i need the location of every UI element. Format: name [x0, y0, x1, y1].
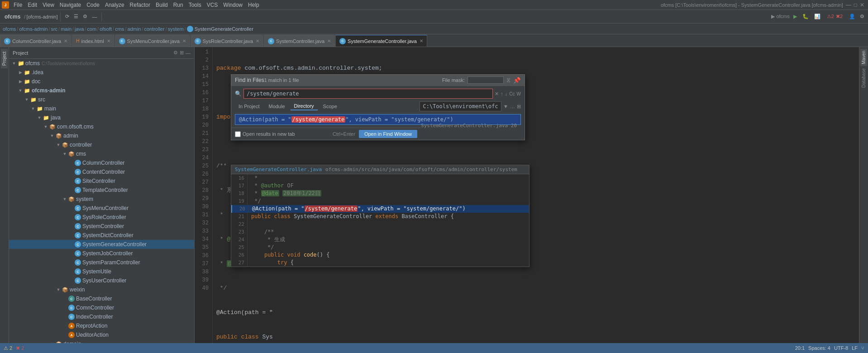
tree-sysmenu[interactable]: C SysMenuController: [9, 204, 194, 213]
maven-btn[interactable]: Maven: [860, 49, 867, 66]
tree-sysuser[interactable]: C SysUserController: [9, 276, 194, 285]
bc-cms[interactable]: cms: [115, 26, 124, 32]
tab-system-ctrl[interactable]: C SystemController.java ✕: [264, 35, 335, 47]
sidebar-close-btn[interactable]: —: [186, 50, 191, 56]
bc-admin[interactable]: ofcms-admin: [19, 26, 48, 32]
path-edit-btn[interactable]: …: [510, 104, 515, 109]
tree-java[interactable]: ▼ 📁 java: [9, 113, 194, 122]
database-btn[interactable]: Database: [860, 67, 867, 90]
scope-module[interactable]: Module: [265, 103, 288, 110]
tree-site-ctrl[interactable]: C SiteController: [9, 176, 194, 186]
tree-ueditor[interactable]: A UeditorAction: [9, 330, 194, 339]
bc-com[interactable]: com: [87, 26, 96, 32]
tree-systemparam[interactable]: C SystemParamController: [9, 258, 194, 267]
menu-navigate[interactable]: Navigate: [57, 1, 84, 9]
scope-inproject[interactable]: In Project: [235, 103, 263, 110]
menu-tools[interactable]: Tools: [186, 1, 204, 9]
tree-system-ctrl[interactable]: C SystemController: [9, 222, 194, 231]
tree-controller[interactable]: ▼ 📦 controller: [9, 140, 194, 149]
bc-admin2[interactable]: admin: [127, 26, 141, 32]
tree-index[interactable]: C IndexController: [9, 312, 194, 321]
list-btn[interactable]: ☰: [72, 13, 80, 20]
tree-root[interactable]: ▼ 📁 ofcms C:\Tools\enviroment\ofcms: [9, 59, 194, 68]
tree-ofcms-admin[interactable]: ▼ 📁 ofcms-admin: [9, 86, 194, 95]
minimize-btn[interactable]: —: [846, 2, 851, 8]
find-pin-btn[interactable]: 📌: [513, 77, 521, 84]
sidebar-settings-btn[interactable]: ⚙: [173, 50, 178, 56]
find-result-row[interactable]: @Action(path = "/system/generate", viewP…: [235, 114, 521, 125]
profile-btn[interactable]: 📊: [812, 13, 822, 20]
tree-comn[interactable]: C ComnController: [9, 303, 194, 312]
run-btn[interactable]: ▶: [792, 13, 799, 20]
tree-content-ctrl[interactable]: C ContentController: [9, 167, 194, 176]
tree-doc[interactable]: ▶ 📁 doc: [9, 77, 194, 86]
bc-ofsoft[interactable]: ofsoft: [100, 26, 112, 32]
menu-window[interactable]: Window: [220, 1, 245, 9]
sync-btn[interactable]: ⟳: [63, 13, 71, 20]
open-new-tab-check[interactable]: Open results in new tab: [235, 131, 295, 137]
menu-edit[interactable]: Edit: [25, 1, 40, 9]
bc-controller[interactable]: controller: [144, 26, 164, 32]
tab-sysmenu[interactable]: C SysMenuController.java ✕: [115, 35, 190, 47]
tree-idea[interactable]: ▶ 📁 .idea: [9, 68, 194, 77]
file-mask-input[interactable]: [467, 76, 504, 84]
tree-admin[interactable]: ▼ 📦 admin: [9, 131, 194, 140]
user-btn[interactable]: 👤: [847, 13, 857, 20]
tree-systemjob[interactable]: C SystemJobController: [9, 249, 194, 258]
tree-systemutile[interactable]: C SystemUtile: [9, 267, 194, 276]
tree-template-ctrl[interactable]: C TemplateController: [9, 186, 194, 195]
settings-btn[interactable]: ⚙: [81, 13, 89, 20]
tree-reprot[interactable]: A ReprotAction: [9, 321, 194, 330]
tab-systemgenerate[interactable]: C SystemGenerateController.java ✕: [335, 35, 427, 47]
menu-view[interactable]: View: [40, 1, 57, 9]
bc-src[interactable]: src: [51, 26, 57, 32]
menu-code[interactable]: Code: [84, 1, 102, 9]
tree-systemdict[interactable]: C SystemDictController: [9, 231, 194, 240]
word-btn[interactable]: W: [517, 91, 521, 96]
gear-btn[interactable]: ⚙: [858, 13, 866, 20]
tree-domain[interactable]: ▼ 📦 domain: [9, 339, 194, 343]
open-find-window-btn[interactable]: Open in Find Window: [359, 130, 417, 138]
tab-column-controller[interactable]: C ColumnController.java ✕: [0, 35, 72, 47]
tree-cms[interactable]: ▼ 📦 cms: [9, 149, 194, 158]
browse-btn[interactable]: ▼: [503, 104, 508, 109]
restore-btn[interactable]: □: [854, 2, 857, 8]
tree-com-ofsoft[interactable]: ▼ 📦 com.ofsoft.cms: [9, 122, 194, 131]
tab-index-html[interactable]: H index.html ✕: [72, 35, 114, 47]
menu-vcs[interactable]: VCS: [204, 1, 221, 9]
next-match-btn[interactable]: ↓: [505, 91, 508, 96]
case-btn[interactable]: Cc: [509, 91, 515, 96]
path-icon-btn[interactable]: ⊞: [517, 104, 521, 110]
menu-refactor[interactable]: Refactor: [127, 1, 153, 9]
clear-search-btn[interactable]: ✕: [495, 91, 499, 97]
tree-base[interactable]: C BaseController: [9, 294, 194, 303]
close-btn[interactable]: ✕: [860, 2, 864, 8]
tree-systemgenerate[interactable]: C SystemGenerateController: [9, 240, 194, 249]
tree-src[interactable]: ▼ 📁 src: [9, 95, 194, 104]
tree-weixin[interactable]: ▼ 📦 weixin: [9, 285, 194, 294]
menu-run[interactable]: Run: [171, 1, 186, 9]
menu-file[interactable]: File: [11, 1, 25, 9]
tab-sysrole[interactable]: C SysRoleController.java ✕: [191, 35, 263, 47]
debug-btn[interactable]: 🐛: [801, 13, 811, 20]
filter-btn[interactable]: —: [90, 13, 99, 20]
tree-system[interactable]: ▼ 📦 system: [9, 195, 194, 204]
prev-match-btn[interactable]: ↑: [501, 91, 503, 96]
find-filter-btn[interactable]: ⧖: [506, 76, 510, 84]
tree-sysrole[interactable]: C SysRoleController: [9, 213, 194, 222]
tree-main[interactable]: ▼ 📁 main: [9, 104, 194, 113]
bc-system[interactable]: system: [168, 26, 184, 32]
scope-directory[interactable]: Directory: [291, 102, 318, 110]
find-path-input[interactable]: [420, 101, 501, 111]
open-new-tab-checkbox[interactable]: [235, 131, 241, 137]
bc-java[interactable]: java: [75, 26, 84, 32]
bc-ofcms[interactable]: ofcms: [3, 26, 16, 32]
menu-help[interactable]: Help: [245, 1, 262, 9]
menu-analyze[interactable]: Analyze: [102, 1, 127, 9]
project-tab-btn[interactable]: Project: [1, 49, 8, 68]
find-search-input[interactable]: [243, 89, 493, 99]
scope-scope[interactable]: Scope: [320, 103, 341, 110]
sidebar-layout-btn[interactable]: ⊞: [180, 50, 184, 56]
tree-column-ctrl[interactable]: C ColumnController: [9, 158, 194, 167]
bc-main[interactable]: main: [61, 26, 72, 32]
